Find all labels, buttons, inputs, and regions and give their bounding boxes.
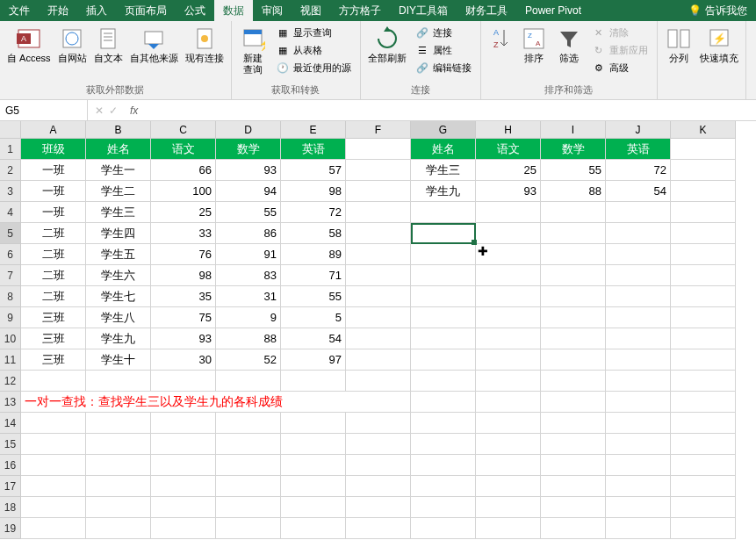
- cell[interactable]: [346, 476, 411, 497]
- row-header-11[interactable]: 11: [0, 349, 21, 371]
- cell[interactable]: [476, 371, 541, 392]
- cell[interactable]: 52: [216, 349, 281, 371]
- cell[interactable]: [411, 518, 476, 539]
- row-header-2[interactable]: 2: [0, 160, 21, 181]
- cell[interactable]: 93: [151, 328, 216, 349]
- cell[interactable]: 93: [216, 160, 281, 181]
- col-header-B[interactable]: B: [86, 121, 151, 139]
- cell[interactable]: [411, 497, 476, 518]
- cell[interactable]: [151, 434, 216, 455]
- cell[interactable]: 83: [216, 265, 281, 286]
- tab-insert[interactable]: 插入: [77, 0, 116, 21]
- cell[interactable]: 75: [151, 307, 216, 328]
- col-header-D[interactable]: D: [216, 121, 281, 139]
- cell[interactable]: [346, 307, 411, 328]
- cell[interactable]: [216, 497, 281, 518]
- cell[interactable]: [671, 139, 736, 160]
- cell[interactable]: [281, 413, 346, 434]
- cell[interactable]: [671, 202, 736, 223]
- cell[interactable]: 89: [281, 244, 346, 265]
- cell[interactable]: 英语: [606, 139, 671, 160]
- cell[interactable]: 学生十: [86, 349, 151, 371]
- fx-icon[interactable]: fx: [125, 104, 143, 117]
- cell[interactable]: [606, 455, 671, 476]
- cell[interactable]: 学生九: [86, 328, 151, 349]
- cell[interactable]: [411, 286, 476, 307]
- col-header-E[interactable]: E: [281, 121, 346, 139]
- cell[interactable]: 88: [216, 328, 281, 349]
- col-header-C[interactable]: C: [151, 121, 216, 139]
- cell[interactable]: [671, 160, 736, 181]
- text-to-columns-button[interactable]: 分列: [663, 25, 695, 66]
- cell[interactable]: 英语: [281, 139, 346, 160]
- cell[interactable]: 学生三: [411, 160, 476, 181]
- cell[interactable]: [476, 518, 541, 539]
- cell[interactable]: [541, 223, 606, 244]
- cell[interactable]: [281, 455, 346, 476]
- cell[interactable]: [606, 307, 671, 328]
- cell[interactable]: [541, 349, 606, 371]
- cell[interactable]: [476, 392, 541, 413]
- cell[interactable]: 班级: [21, 139, 86, 160]
- tab-view[interactable]: 视图: [292, 0, 330, 21]
- cell[interactable]: [541, 476, 606, 497]
- advanced-filter-button[interactable]: ⚙高级: [588, 60, 652, 76]
- cell[interactable]: 语文: [476, 139, 541, 160]
- sort-az-button[interactable]: AZ: [486, 25, 515, 53]
- cell[interactable]: [281, 476, 346, 497]
- row-header-6[interactable]: 6: [0, 244, 21, 265]
- cell[interactable]: 三班: [21, 349, 86, 371]
- cell[interactable]: [671, 392, 736, 413]
- cell[interactable]: [476, 286, 541, 307]
- cell[interactable]: 97: [281, 349, 346, 371]
- cell[interactable]: [671, 518, 736, 539]
- cell[interactable]: [671, 328, 736, 349]
- cell[interactable]: 学生一: [86, 160, 151, 181]
- cell[interactable]: [671, 371, 736, 392]
- cell[interactable]: [541, 434, 606, 455]
- cell[interactable]: 三班: [21, 328, 86, 349]
- cell[interactable]: 98: [281, 181, 346, 202]
- cell[interactable]: [606, 202, 671, 223]
- cell[interactable]: 学生七: [86, 286, 151, 307]
- cell[interactable]: [541, 371, 606, 392]
- cell[interactable]: [21, 497, 86, 518]
- cell[interactable]: [411, 349, 476, 371]
- cell[interactable]: [216, 518, 281, 539]
- cell[interactable]: [21, 371, 86, 392]
- cell[interactable]: [606, 244, 671, 265]
- cell[interactable]: 72: [606, 160, 671, 181]
- cell[interactable]: [21, 455, 86, 476]
- cell[interactable]: 72: [281, 202, 346, 223]
- name-box[interactable]: G5: [0, 100, 88, 120]
- cell[interactable]: 76: [151, 244, 216, 265]
- from-text-button[interactable]: 自文本: [92, 25, 125, 66]
- cell[interactable]: 姓名: [86, 139, 151, 160]
- cell[interactable]: 54: [281, 328, 346, 349]
- cell[interactable]: [346, 139, 411, 160]
- cell[interactable]: [476, 349, 541, 371]
- cell[interactable]: [346, 160, 411, 181]
- cell[interactable]: [671, 307, 736, 328]
- cell[interactable]: [151, 518, 216, 539]
- cell[interactable]: [606, 497, 671, 518]
- clear-filter-button[interactable]: ✕清除: [588, 25, 652, 40]
- cell[interactable]: [476, 497, 541, 518]
- cell[interactable]: 数学: [541, 139, 606, 160]
- cell[interactable]: 98: [151, 265, 216, 286]
- cell[interactable]: [541, 265, 606, 286]
- cell[interactable]: 94: [216, 181, 281, 202]
- cell[interactable]: [346, 286, 411, 307]
- cell[interactable]: [151, 455, 216, 476]
- cell[interactable]: [346, 223, 411, 244]
- tab-review[interactable]: 审阅: [253, 0, 292, 21]
- cell[interactable]: [671, 476, 736, 497]
- cell[interactable]: 语文: [151, 139, 216, 160]
- cell[interactable]: [671, 223, 736, 244]
- col-header-F[interactable]: F: [346, 121, 411, 139]
- cell[interactable]: 35: [151, 286, 216, 307]
- cell[interactable]: [541, 307, 606, 328]
- row-header-12[interactable]: 12: [0, 371, 21, 392]
- cell[interactable]: 31: [216, 286, 281, 307]
- tab-formulas[interactable]: 公式: [176, 0, 214, 21]
